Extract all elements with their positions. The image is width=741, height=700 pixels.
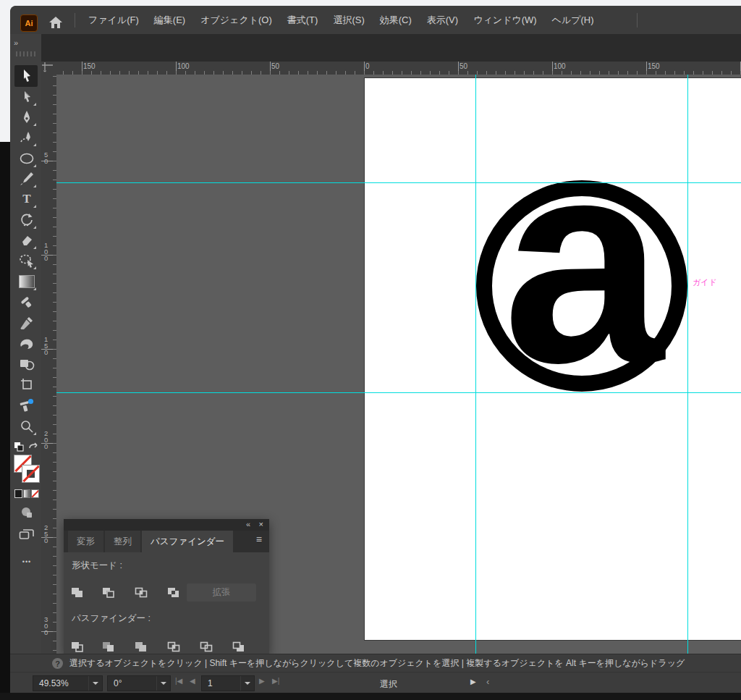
- type-tool-icon: T: [22, 192, 30, 206]
- direct-selection-tool[interactable]: [17, 88, 36, 106]
- merge-icon: [134, 641, 148, 653]
- menu-help[interactable]: ヘルプ(H): [551, 12, 596, 29]
- rotate-tool[interactable]: [17, 211, 36, 229]
- toolbar-grip[interactable]: [16, 51, 36, 56]
- selection-arrow-icon: [20, 69, 34, 83]
- swap-fill-stroke-mini[interactable]: [14, 442, 25, 451]
- menu-select[interactable]: 選択(S): [331, 12, 365, 29]
- shape-mode-unite[interactable]: [67, 583, 88, 601]
- menu-object[interactable]: オブジェクト(O): [199, 12, 274, 29]
- retype-tool[interactable]: [17, 396, 36, 415]
- panel-tab-bar: 変形 整列 パスファインダー: [64, 531, 269, 552]
- chevron-down-icon: [161, 682, 166, 685]
- gradient-tool[interactable]: [17, 272, 36, 291]
- retype-icon: [19, 398, 35, 413]
- type-tool[interactable]: T: [17, 190, 36, 208]
- toolbar-expand-icon[interactable]: »: [14, 38, 19, 47]
- tab-align[interactable]: 整列: [105, 531, 140, 552]
- pathfinder-outline[interactable]: [196, 638, 216, 655]
- shape-mode-intersect[interactable]: [131, 583, 151, 601]
- home-button[interactable]: [46, 13, 65, 32]
- circled-a-artwork[interactable]: a: [475, 179, 689, 393]
- minus-front-icon: [101, 586, 116, 599]
- ruler-origin-corner[interactable]: [41, 62, 56, 75]
- ruler-tick-label: 100: [554, 62, 566, 70]
- horizontal-ruler[interactable]: 150 100 50 0 50 100 150: [56, 62, 741, 75]
- zoom-level-select[interactable]: 49.53%: [33, 675, 103, 691]
- panel-close-icon[interactable]: ×: [259, 520, 263, 528]
- color-button[interactable]: [14, 489, 22, 498]
- vertical-ruler[interactable]: 5 0 1 0 0 1 5 0 2 0 0 2 5 0 3 0 0: [41, 75, 57, 654]
- ellipse-tool[interactable]: [17, 149, 36, 168]
- zoom-tool[interactable]: [17, 417, 36, 436]
- ellipsis-icon: •••: [22, 558, 31, 565]
- expand-button[interactable]: 拡張: [187, 583, 256, 602]
- gradient-button[interactable]: [23, 489, 31, 498]
- swap-fill-stroke-icon: [14, 442, 27, 452]
- first-artboard-button[interactable]: |◀: [175, 677, 182, 685]
- menu-edit[interactable]: 編集(E): [153, 12, 187, 29]
- artboard-dropdown[interactable]: [240, 676, 254, 691]
- horizontal-guide-bottom[interactable]: [56, 392, 741, 393]
- zoom-dropdown[interactable]: [88, 676, 102, 691]
- eyedropper-tool[interactable]: [17, 313, 36, 332]
- eraser-tool[interactable]: [17, 231, 36, 250]
- artboard-tool[interactable]: [17, 375, 36, 394]
- tools-panel: » T: [10, 34, 41, 654]
- rotation-select[interactable]: 0°: [107, 675, 171, 691]
- taskbar-strip: [0, 693, 741, 700]
- status-bar-arrow[interactable]: ▶: [470, 678, 476, 686]
- pen-tool[interactable]: [17, 108, 36, 127]
- curvature-tool[interactable]: [17, 128, 36, 147]
- app-logo-icon[interactable]: Ai: [20, 14, 38, 32]
- ruler-tick-label: 5 0: [44, 151, 48, 164]
- next-artboard-button[interactable]: ▶: [259, 677, 265, 685]
- default-fill-stroke[interactable]: [28, 442, 38, 455]
- pathfinder-trim[interactable]: [98, 638, 119, 655]
- pathfinder-minus-back[interactable]: [229, 638, 249, 655]
- drawing-mode-button[interactable]: [17, 503, 36, 522]
- panel-header[interactable]: « ×: [64, 519, 269, 531]
- menu-view[interactable]: 表示(V): [425, 12, 460, 29]
- status-bar-angle-icon[interactable]: ‹: [486, 676, 489, 687]
- vertical-guide-left[interactable]: [475, 75, 476, 654]
- panel-menu-icon[interactable]: ≡: [256, 534, 262, 545]
- selection-tool[interactable]: [17, 67, 36, 85]
- previous-artboard-button[interactable]: ◀: [190, 677, 195, 685]
- menu-window[interactable]: ウィンドウ(W): [472, 12, 538, 29]
- shape-mode-minus-front[interactable]: [98, 583, 119, 601]
- shape-builder-tool[interactable]: [17, 355, 36, 374]
- intersect-icon: [134, 586, 148, 599]
- shaper-tool[interactable]: [17, 251, 36, 270]
- last-artboard-button[interactable]: ▶|: [272, 677, 279, 685]
- vertical-guide-right[interactable]: [687, 75, 688, 654]
- tab-pathfinder[interactable]: パスファインダー: [142, 531, 233, 552]
- none-button[interactable]: [31, 489, 39, 498]
- ruler-tick-label: 1 5 0: [44, 336, 48, 355]
- rotation-dropdown[interactable]: [156, 676, 170, 691]
- menu-file[interactable]: ファイル(F): [87, 12, 140, 29]
- ruler-tick-label: 50: [460, 62, 467, 70]
- stroke-swatch-none[interactable]: [22, 465, 40, 483]
- ellipse-icon: [19, 152, 35, 165]
- menu-type[interactable]: 書式(T): [286, 12, 320, 29]
- paintbrush-tool[interactable]: [17, 169, 36, 188]
- artboard-navigation-select[interactable]: 1: [201, 675, 255, 691]
- collapse-to-icons-icon[interactable]: «: [246, 520, 250, 528]
- desktop-background: [0, 142, 10, 700]
- screen-mode-button[interactable]: [17, 525, 36, 544]
- guide-tooltip: ガイド: [693, 277, 717, 288]
- edit-toolbar-button[interactable]: •••: [17, 552, 36, 571]
- menu-effect[interactable]: 効果(C): [378, 12, 413, 29]
- hand-tool[interactable]: [17, 334, 36, 353]
- pathfinder-divide[interactable]: [67, 638, 88, 655]
- eyedropper-icon: [20, 316, 34, 330]
- pathfinder-crop[interactable]: [164, 638, 184, 655]
- shape-mode-exclude[interactable]: [164, 583, 184, 601]
- pathfinder-merge[interactable]: [131, 638, 151, 655]
- document-tab-strip: 名称未設定-1* @ 49.53 % (CMYK/プレビュー) ×: [41, 34, 741, 62]
- tab-transform[interactable]: 変形: [68, 531, 103, 552]
- gradient-swatch-icon: [19, 275, 35, 288]
- horizontal-guide-top[interactable]: [56, 182, 741, 183]
- knife-tool[interactable]: [17, 293, 36, 312]
